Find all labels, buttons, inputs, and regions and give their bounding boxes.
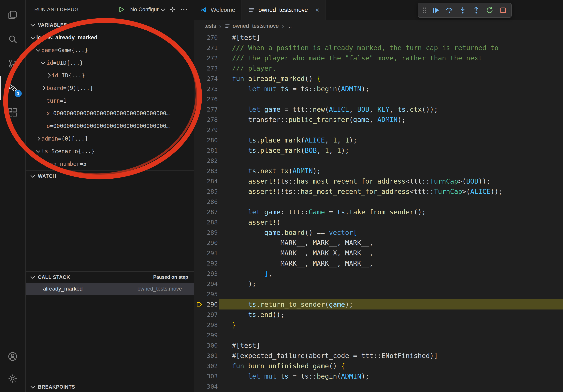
gutter[interactable]: 293 xyxy=(194,268,219,279)
code-text[interactable]: /// the player who made the "false" move… xyxy=(219,53,563,63)
code-text[interactable]: #[expected_failure(abort_code = ttt::ENo… xyxy=(219,351,563,361)
line-number[interactable]: 288 xyxy=(207,217,218,227)
gutter[interactable]: 275 xyxy=(194,84,219,94)
activity-bar-source-control[interactable] xyxy=(0,51,25,76)
code-text[interactable]: ts.place_mark(BOB, 1, 1); xyxy=(219,145,563,156)
line-number[interactable]: 299 xyxy=(207,330,218,340)
continue-button[interactable] xyxy=(430,4,442,17)
line-number[interactable]: 301 xyxy=(207,351,218,361)
code-text[interactable] xyxy=(219,94,563,104)
line-number[interactable]: 303 xyxy=(207,371,218,381)
gutter[interactable]: 304 xyxy=(194,381,219,392)
gutter[interactable]: 279 xyxy=(194,125,219,135)
gutter[interactable]: 280 xyxy=(194,135,219,145)
step-into-button[interactable] xyxy=(457,4,469,17)
gutter[interactable]: 274 xyxy=(194,73,219,84)
stack-frame[interactable]: already_markedowned_tests.move xyxy=(26,283,194,295)
breadcrumb-item[interactable]: ... xyxy=(287,23,292,29)
tab-owned-tests-move[interactable]: owned_tests.move× xyxy=(242,0,326,20)
line-number[interactable]: 300 xyxy=(207,340,218,351)
line-number[interactable]: 278 xyxy=(207,115,218,125)
code-text[interactable]: /// When a position is already marked, t… xyxy=(219,43,563,53)
code-text[interactable]: ts.end(); xyxy=(219,310,563,320)
line-number[interactable]: 272 xyxy=(207,53,218,63)
line-number[interactable]: 279 xyxy=(207,125,218,135)
gutter[interactable]: 288 xyxy=(194,217,219,227)
code-text[interactable]: fun burn_unfinished_game() { xyxy=(219,361,563,371)
line-number[interactable]: 275 xyxy=(207,84,218,94)
line-number[interactable]: 293 xyxy=(207,268,218,279)
breadcrumb-item[interactable]: owned_tests.move xyxy=(225,23,279,29)
gutter[interactable]: 271 xyxy=(194,43,219,53)
variable-row[interactable]: game = Game{...} xyxy=(26,44,194,56)
code-text[interactable]: assert!(!ts::has_most_recent_for_address… xyxy=(219,186,563,196)
gutter[interactable]: 294 xyxy=(194,279,219,289)
stop-button[interactable] xyxy=(497,4,509,17)
line-number[interactable]: 287 xyxy=(207,207,218,217)
line-number[interactable]: 283 xyxy=(207,166,218,176)
code-text[interactable]: } xyxy=(219,320,563,330)
gutter[interactable]: 303 xyxy=(194,371,219,381)
line-number[interactable]: 280 xyxy=(207,135,218,145)
gutter[interactable]: 284 xyxy=(194,176,219,186)
activity-bar-run-and-debug[interactable]: 1 xyxy=(0,76,25,100)
gutter[interactable]: 298 xyxy=(194,320,219,330)
line-number[interactable]: 282 xyxy=(207,156,218,166)
gutter[interactable]: 300 xyxy=(194,340,219,351)
variable-row[interactable]: id = ID{...} xyxy=(26,69,194,82)
gutter[interactable]: 272 xyxy=(194,53,219,63)
gutter[interactable]: 282 xyxy=(194,156,219,166)
line-number[interactable]: 298 xyxy=(207,320,218,330)
gutter[interactable]: 295 xyxy=(194,289,219,299)
line-number[interactable]: 296 xyxy=(207,299,218,310)
gutter[interactable]: 277 xyxy=(194,104,219,115)
activity-bar-accounts[interactable] xyxy=(0,345,25,367)
code-text[interactable]: MARK__, MARK__, MARK__, xyxy=(219,238,563,248)
line-number[interactable]: 304 xyxy=(207,381,218,392)
line-number[interactable]: 302 xyxy=(207,361,218,371)
line-number[interactable]: 271 xyxy=(207,43,218,53)
code-text[interactable]: let mut ts = ts::begin(ADMIN); xyxy=(219,84,563,94)
breadcrumb-item[interactable]: tests xyxy=(204,23,216,29)
more-actions-icon[interactable]: ··· xyxy=(180,6,188,13)
gutter[interactable]: 292 xyxy=(194,258,219,268)
step-out-button[interactable] xyxy=(470,4,483,17)
watch-section-header[interactable]: WATCH xyxy=(26,170,194,182)
code-text[interactable] xyxy=(219,289,563,299)
code-text[interactable] xyxy=(219,330,563,340)
gutter[interactable]: 302 xyxy=(194,361,219,371)
gutter[interactable]: 273 xyxy=(194,63,219,73)
activity-bar-explorer[interactable] xyxy=(0,2,25,27)
gutter[interactable]: 291 xyxy=(194,248,219,258)
variable-row[interactable]: admin = (0)[...] xyxy=(26,132,194,145)
variable-row[interactable]: turn = 1 xyxy=(26,94,194,107)
code-text[interactable]: assert!(ts::has_most_recent_for_address<… xyxy=(219,176,563,186)
code-text[interactable]: MARK__, MARK__, MARK__, xyxy=(219,258,563,268)
gutter[interactable]: 301 xyxy=(194,351,219,361)
variables-section-header[interactable]: VARIABLES xyxy=(26,19,194,30)
gutter[interactable]: 276 xyxy=(194,94,219,104)
line-number[interactable]: 295 xyxy=(207,289,218,299)
gutter[interactable]: 278 xyxy=(194,115,219,125)
start-debugging-button[interactable] xyxy=(117,6,126,13)
code-text[interactable] xyxy=(219,381,563,392)
gutter[interactable]: 299 xyxy=(194,330,219,340)
line-number[interactable]: 270 xyxy=(207,32,218,43)
activity-bar-manage[interactable] xyxy=(0,367,25,390)
line-number[interactable]: 281 xyxy=(207,145,218,156)
gutter[interactable]: 287 xyxy=(194,207,219,217)
gutter[interactable]: 281 xyxy=(194,145,219,156)
line-number[interactable]: 290 xyxy=(207,238,218,248)
variable-row[interactable]: txn_number = 5 xyxy=(26,157,194,170)
line-number[interactable]: 284 xyxy=(207,176,218,186)
drag-handle[interactable] xyxy=(420,4,429,17)
code-text[interactable]: ], xyxy=(219,268,563,279)
code-text[interactable] xyxy=(219,125,563,135)
line-number[interactable]: 294 xyxy=(207,279,218,289)
line-number[interactable]: 292 xyxy=(207,258,218,268)
line-number[interactable]: 285 xyxy=(207,186,218,196)
variable-row[interactable]: board = (9)[...] xyxy=(26,82,194,94)
gutter[interactable]: 289 xyxy=(194,227,219,238)
gutter[interactable]: 270 xyxy=(194,32,219,43)
code-text[interactable]: transfer::public_transfer(game, ADMIN); xyxy=(219,115,563,125)
